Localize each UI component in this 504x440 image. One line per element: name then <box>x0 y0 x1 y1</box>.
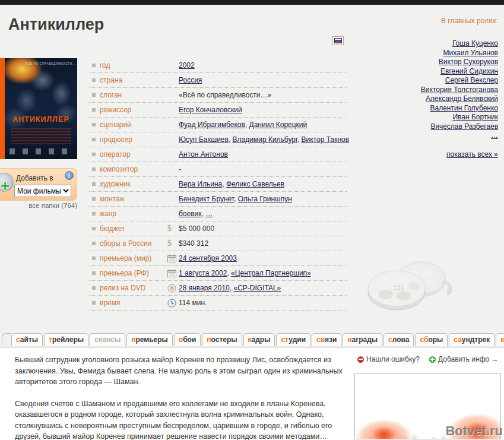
add-to-folder-widget: + Добавить в Мои фильмы i <box>0 168 77 201</box>
info-value-link[interactable]: «Централ Партнершип» <box>231 269 311 277</box>
add-info-plus-icon <box>429 356 436 363</box>
info-row: операторАнтон Антонов <box>89 147 347 162</box>
info-label: премьера (мир) <box>100 254 167 262</box>
info-value: $5 000 000 <box>179 224 214 233</box>
bullet-icon <box>92 301 96 305</box>
tab-bar-left-curve <box>2 333 11 346</box>
info-label: сборы в России <box>100 239 167 248</box>
info-value-link[interactable]: 28 января 2010 <box>179 284 230 292</box>
watermark: Botvet.ru <box>445 423 503 439</box>
info-value-link[interactable]: «CP-DIGITAL» <box>233 284 281 292</box>
tab-трейлеры[interactable]: трейлеры <box>44 333 88 346</box>
cast-member-link[interactable]: Гоша Куценко <box>367 39 498 49</box>
film-reel-image <box>362 255 457 317</box>
bullet-icon <box>92 242 96 245</box>
cast-member-link[interactable]: Валентин Голубенко <box>367 104 498 113</box>
bullet-icon <box>92 197 96 201</box>
info-label: премьера (РФ) <box>100 269 167 277</box>
info-value: - <box>179 165 181 173</box>
info-value: 2002 <box>179 61 195 69</box>
info-label: время <box>100 299 167 307</box>
poster-title: АНТИКИЛЛЕР <box>5 115 77 124</box>
info-value-link[interactable]: Даниил Корецкий <box>249 121 308 129</box>
dollar-icon: $ <box>167 239 179 248</box>
bullet-icon <box>92 108 96 112</box>
tab-сайты[interactable]: сайты <box>11 333 43 346</box>
content-area: Бывший сотрудник уголовного розыска майо… <box>0 347 504 440</box>
tab-премьеры[interactable]: премьеры <box>126 333 173 346</box>
info-value-link[interactable]: Фуад Ибрагимбеков <box>179 121 245 129</box>
tab-купить[interactable]: купить! <box>496 333 504 346</box>
poster-credits-block <box>11 128 71 144</box>
tab-студии[interactable]: студии <box>276 333 310 346</box>
tab-слова[interactable]: слова <box>383 333 414 346</box>
info-value-link[interactable]: Ольга Гриншпун <box>238 195 292 203</box>
info-value: 28 января 2010, «CP-DIGITAL» <box>179 284 281 292</box>
info-value-link[interactable]: Россия <box>179 76 202 84</box>
cast-member-link[interactable]: Михаил Ульянов <box>367 49 498 58</box>
cast-member-link[interactable]: Александр Белявский <box>367 94 498 104</box>
info-label: художник <box>100 180 167 188</box>
cast-member-link[interactable]: Виктория Толстоганова <box>367 86 498 95</box>
cast-member-link[interactable]: Вячеслав Разбегаев <box>367 122 498 132</box>
info-value-text: $340 312 <box>179 239 208 248</box>
info-row: время114 мин. <box>89 296 347 311</box>
cast-member-link[interactable]: Евгений Сидихин <box>367 67 498 77</box>
info-row: монтажБенедикт Брунет, Ольга Гриншпун <box>89 192 347 207</box>
bullet-icon <box>92 182 96 186</box>
info-value-link[interactable]: Феликс Савельев <box>226 180 284 188</box>
add-info-link[interactable]: Добавить инфо <box>438 355 489 363</box>
top-bar <box>0 0 504 5</box>
info-value-link[interactable]: Владимир Кильбург <box>233 135 297 144</box>
show-all-actors-link[interactable]: показать всех » <box>446 150 498 159</box>
info-value-link[interactable]: боевик <box>179 210 202 218</box>
add-to-label: Добавить в <box>16 174 53 182</box>
tab-награды[interactable]: награды <box>343 333 382 346</box>
info-value-link[interactable]: Вера Ильина <box>179 180 222 188</box>
bullet-icon <box>92 212 96 216</box>
synopsis: Бывший сотрудник уголовного розыска майо… <box>15 354 350 440</box>
info-label: слоган <box>100 91 167 99</box>
movie-poster[interactable]: ВСЁ ПО СПРАВЕДЛИВОСТИ… АНТИКИЛЛЕР <box>5 58 77 159</box>
synopsis-paragraph: Сведения счетов с Шаманом и предавшими е… <box>15 398 350 440</box>
info-value-link[interactable]: Антон Антонов <box>179 150 228 159</box>
info-row: премьера (РФ)1 августа 2002, «Централ Па… <box>89 266 347 281</box>
info-value: $340 312 <box>179 239 208 248</box>
info-icon[interactable]: i <box>65 171 74 180</box>
info-value-link[interactable]: 24 сентября 2003 <box>179 254 237 262</box>
info-label: композитор <box>100 165 167 173</box>
bullet-icon <box>92 64 96 67</box>
info-value-link[interactable]: Юсуп Бахшиев <box>179 135 229 144</box>
info-value: 1 августа 2002, «Централ Партнершип» <box>179 269 311 277</box>
info-value-link[interactable]: 2002 <box>179 61 195 69</box>
add-info-arrow: → <box>492 355 499 363</box>
info-row: год2002 <box>89 58 347 73</box>
info-row: релиз на DVD28 января 2010, «CP-DIGITAL» <box>89 281 347 296</box>
bullet-icon <box>92 153 96 156</box>
cast-member-link[interactable]: Сергей Векслер <box>367 76 498 86</box>
tab-постеры[interactable]: постеры <box>202 333 242 346</box>
info-value-text: 114 мин. <box>179 299 207 307</box>
cast-member-link[interactable]: Виктор Сухоруков <box>367 58 498 67</box>
info-value-link[interactable]: Егор Кончаловский <box>179 106 242 114</box>
found-error-link[interactable]: Нашли ошибку <box>366 355 416 363</box>
info-value-link[interactable]: Бенедикт Брунет <box>179 195 234 203</box>
info-value-link[interactable]: … <box>205 210 213 218</box>
calendar-icon <box>167 269 179 277</box>
info-value-text: - <box>179 165 181 173</box>
cast-list: Гоша КуценкоМихаил УльяновВиктор Сухорук… <box>367 39 498 141</box>
info-label: страна <box>100 76 167 84</box>
tab-обои[interactable]: обои <box>174 333 201 346</box>
tab-связи[interactable]: связи <box>312 333 341 346</box>
tab-кадры[interactable]: кадры <box>243 333 275 346</box>
tab-саундтрек[interactable]: саундтрек <box>449 333 495 346</box>
folder-select[interactable]: Мои фильмы <box>14 185 71 197</box>
cast-member-link[interactable]: Иван Бортник <box>367 113 498 122</box>
info-value: Бенедикт Брунет, Ольга Гриншпун <box>179 195 292 203</box>
info-value-link[interactable]: Виктор Такнов <box>302 135 350 144</box>
info-value-link[interactable]: 1 августа 2002 <box>179 269 227 277</box>
all-folders-link[interactable]: все папки (764) <box>28 202 77 209</box>
cast-more-link[interactable]: … <box>367 131 498 141</box>
tab-сборы[interactable]: сборы <box>415 333 448 346</box>
bullet-icon <box>92 138 96 141</box>
